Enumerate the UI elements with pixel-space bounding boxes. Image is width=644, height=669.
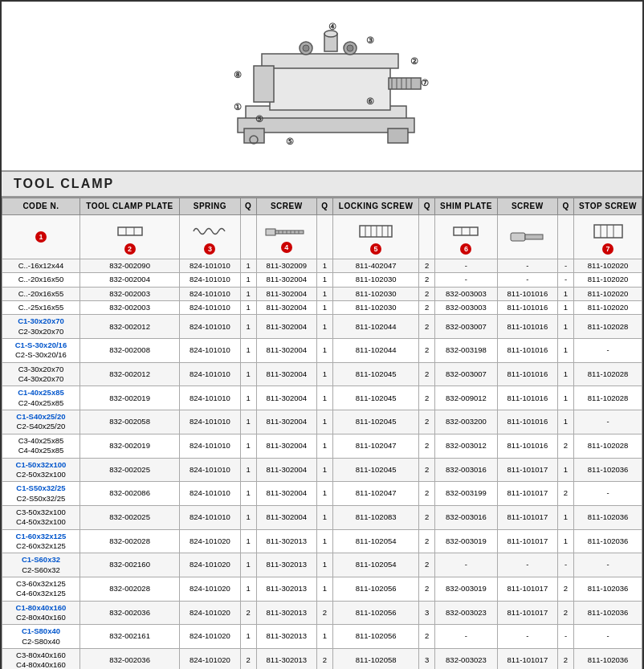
data-cell: 811-102058 [332, 649, 418, 670]
tool-clamp-diagram: ⑤ ④ ③ ② ⑦ ⑥ ⑧ ① ⑤ [181, 18, 463, 154]
code-label: C..-20x16x55 [18, 289, 64, 298]
data-cell: 811-101017 [497, 577, 557, 601]
data-cell: 811-302004 [256, 505, 316, 529]
data-cell: 824-101010 [180, 301, 240, 315]
data-cell: 811-102045 [332, 362, 418, 386]
data-cell: 832-003003 [435, 301, 497, 315]
data-cell: 1 [316, 362, 332, 386]
data-cell: 811-102056 [332, 625, 418, 649]
code-cell: C1-S40x25/20C2-S40x25/20 [2, 410, 80, 434]
code-label: C4-50x32x100 [16, 517, 66, 526]
data-cell: 2 [240, 601, 256, 625]
data-cell: 824-101010 [180, 315, 240, 339]
data-cell: 2 [419, 386, 435, 410]
svg-text:③: ③ [366, 35, 374, 45]
icon-q4-cell [558, 215, 574, 259]
data-cell: 811-102030 [332, 273, 418, 287]
th-q1: Q [240, 198, 256, 215]
icon-row: 1 2 [2, 215, 642, 259]
data-cell: 811-102028 [574, 315, 642, 339]
svg-point-9 [303, 45, 309, 51]
data-cell: 832-003003 [435, 287, 497, 300]
data-cell: - [574, 553, 642, 577]
data-cell: 832-002036 [79, 649, 179, 670]
data-cell: 811-102020 [574, 273, 642, 287]
table-row: C1-S40x25/20C2-S40x25/20832-002058824-10… [2, 410, 642, 434]
data-cell: 832-002025 [79, 458, 179, 482]
data-cell: 811-302009 [256, 259, 316, 273]
data-cell: 832-003199 [435, 482, 497, 506]
data-cell: 811-102036 [574, 458, 642, 482]
code-label: C4-80x40x160 [16, 660, 66, 669]
code-label: C3-60x32x125 [16, 579, 66, 588]
data-cell: 811-302004 [256, 315, 316, 339]
data-cell: 2 [419, 505, 435, 529]
code-c1-label: C1-60x32x125 [16, 532, 67, 541]
data-cell: 811-302013 [256, 529, 316, 553]
th-tool-clamp-plate: TOOL CLAMP PLATE [79, 198, 179, 215]
code-cell: C1-60x32x125C2-60x32x125 [2, 529, 80, 553]
code-label: C4-40x25x85 [18, 446, 64, 455]
data-cell: - [435, 625, 497, 649]
data-cell: 824-101020 [180, 649, 240, 670]
data-cell: 832-003007 [435, 362, 497, 386]
icon-screw2 [497, 215, 557, 259]
data-cell: 824-101010 [180, 434, 240, 458]
data-cell: - [574, 482, 642, 506]
data-cell: 824-101020 [180, 529, 240, 553]
code-cell: C3-40x25x85C4-40x25x85 [2, 434, 80, 458]
data-cell: 832-002058 [79, 410, 179, 434]
code-label: C2-30x20x70 [18, 327, 64, 336]
data-cell: 2 [419, 315, 435, 339]
code-label: C3-40x25x85 [18, 436, 64, 445]
data-cell: 832-002012 [79, 315, 179, 339]
code-label: C2-S40x25/20 [17, 422, 66, 430]
stop-screw-icon [590, 219, 626, 243]
data-cell: 1 [240, 301, 256, 315]
data-cell: 832-003016 [435, 505, 497, 529]
data-cell: 811-101016 [497, 410, 557, 434]
table-row: C3-40x25x85C4-40x25x85832-002019824-1010… [2, 434, 642, 458]
svg-rect-29 [118, 227, 142, 235]
data-cell: 832-002086 [79, 482, 179, 506]
svg-text:⑦: ⑦ [421, 78, 429, 88]
data-cell: 811-302013 [256, 577, 316, 601]
data-cell: 1 [558, 301, 574, 315]
data-cell: 824-101020 [180, 601, 240, 625]
icon-q2-cell [316, 215, 332, 259]
data-cell: 811-102054 [332, 553, 418, 577]
data-cell: 2 [419, 529, 435, 553]
data-cell: 824-101010 [180, 482, 240, 506]
th-screw1: SCREW [256, 198, 316, 215]
data-cell: 811-102036 [574, 649, 642, 670]
th-shim-plate: SHIM PLATE [435, 198, 497, 215]
data-cell: 811-101016 [497, 287, 557, 300]
data-cell: 832-002036 [79, 601, 179, 625]
data-cell: 1 [316, 625, 332, 649]
icon-stop-screw: 7 [574, 215, 642, 259]
data-cell: 1 [240, 529, 256, 553]
data-cell: 832-003019 [435, 529, 497, 553]
data-cell: 1 [558, 505, 574, 529]
data-cell: - [435, 259, 497, 273]
data-cell: 811-102047 [332, 482, 418, 506]
data-cell: 1 [316, 553, 332, 577]
svg-point-11 [347, 45, 353, 51]
data-cell: 2 [419, 482, 435, 506]
code-c1-label: C1-30x20x70 [18, 316, 64, 325]
data-cell: 1 [558, 287, 574, 300]
code-label: C2-S-30x20/16 [15, 350, 67, 359]
data-cell: 811-101016 [497, 434, 557, 458]
data-cell: 811-102044 [332, 339, 418, 363]
data-cell: 1 [240, 315, 256, 339]
data-cell: - [497, 273, 557, 287]
data-cell: - [574, 410, 642, 434]
icon-spring: 3 [180, 215, 240, 259]
data-cell: 1 [240, 482, 256, 506]
data-cell: 1 [240, 458, 256, 482]
data-cell: 2 [419, 287, 435, 300]
data-cell: 832-002090 [79, 259, 179, 273]
data-cell: 1 [316, 505, 332, 529]
data-cell: 811-302013 [256, 553, 316, 577]
data-cell: 811-302004 [256, 386, 316, 410]
